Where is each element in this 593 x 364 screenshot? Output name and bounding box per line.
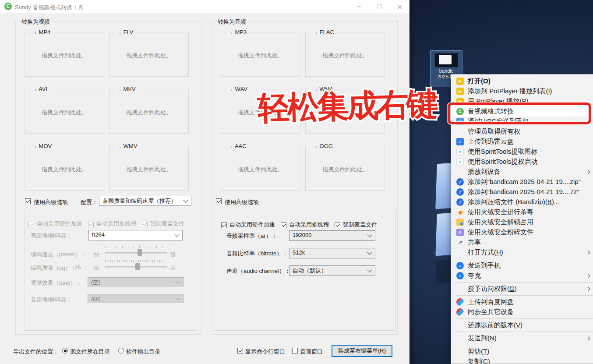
drop-zone-hint: 拖拽文件到此处。	[25, 52, 104, 60]
menu-item-label: 复制(C)	[468, 357, 490, 364]
audio-advanced-panel: 自动采用硬件加速 自动采用多线程 强制覆盖文件 音频采样率（ar）： 19200…	[215, 211, 395, 331]
minimize-button[interactable]	[349, 0, 369, 13]
drop-zone[interactable]: → FLAC拖拽文件到此处。	[305, 32, 385, 77]
menu-item-label: 使用火绒安全粉碎文件	[468, 228, 533, 237]
drop-zone-hint: 拖拽文件到此处。	[109, 52, 188, 60]
context-menu-item[interactable]: 打开方式(H)	[451, 247, 593, 258]
video-codec-combobox[interactable]: h264	[88, 230, 183, 240]
preset-slider-ticks	[105, 246, 166, 248]
context-menu-item[interactable]: 管理员取得所有权	[451, 127, 593, 137]
drop-zone[interactable]: → AAC拖拽文件到此处。	[221, 146, 300, 191]
drop-zone[interactable]: → OGG拖拽文件到此处。	[305, 146, 385, 191]
context-menu-item[interactable]: ↗共享	[451, 237, 593, 247]
drop-zone-format-label: → AVI	[30, 86, 49, 92]
context-menu-item[interactable]: ▶打开(O)	[451, 76, 593, 86]
menu-item-no-icon	[456, 322, 464, 329]
context-menu-item[interactable]: ≡使用火绒安全粉碎文件	[451, 227, 593, 237]
multithread-option[interactable]: 自动采用多线程	[88, 220, 136, 228]
maximize-icon	[377, 4, 382, 9]
context-menu-item[interactable]: ∕添加到压缩文件 (Bandizip)(B)...	[451, 197, 593, 207]
potplayer-icon: ▶	[456, 78, 464, 85]
menu-separator	[455, 295, 593, 296]
hw-accel-checkbox[interactable]	[221, 223, 227, 228]
bitrate-combobox[interactable]: 512k	[289, 248, 375, 258]
context-menu-item[interactable]: 还原以前的版本(V)	[451, 320, 593, 330]
overwrite-option[interactable]: 强制覆盖文件	[335, 221, 377, 229]
drop-zone[interactable]: → AVI拖拽文件到此处。	[25, 89, 104, 134]
context-menu-item[interactable]: 使用火绒安全进行杀毒	[451, 207, 593, 217]
drop-zone[interactable]: → WMV拖拽文件到此处。	[109, 146, 189, 191]
context-menu-item[interactable]: 剪切(T)	[451, 346, 593, 357]
context-menu-item[interactable]: 上传到百度网盘	[451, 297, 593, 307]
multithread-option[interactable]: 自动采用多线程	[281, 221, 329, 229]
drop-zone[interactable]: → MKV拖拽文件到此处。	[109, 89, 189, 134]
profile-combobox[interactable]: 兼顾质量和编码速度（推荐）	[99, 196, 191, 206]
topmost-checkbox[interactable]	[292, 348, 298, 353]
overwrite-option[interactable]: 强制覆盖文件	[142, 220, 184, 228]
context-menu-item[interactable]: ○夸克	[451, 271, 593, 281]
cq-label: 编码质量（cq）：	[31, 264, 77, 272]
submenu-arrow-icon	[586, 251, 590, 255]
audio-codec-label: 音频编/解码器：	[31, 296, 72, 304]
overwrite-checkbox[interactable]	[335, 223, 340, 228]
menu-item-label: 使用SpiritTools提取图标	[468, 148, 537, 156]
menu-item-no-icon	[456, 335, 464, 342]
baidu-icon	[456, 298, 464, 306]
output-dir-label: 软件输出目录	[126, 348, 160, 356]
window-title: Sundy 音视频格式转换工具	[15, 4, 84, 11]
tune-label: 视觉效果（tune）：	[31, 279, 81, 287]
drop-zone[interactable]: → MP3拖拽文件到此处。	[221, 32, 300, 77]
video-codec-label: 视频编/解码器：	[31, 232, 72, 240]
overwrite-checkbox[interactable]	[142, 222, 148, 227]
menu-item-label: 上传到迅雷云盘	[468, 138, 514, 146]
context-menu-item[interactable]: 复制(C)	[451, 357, 593, 364]
close-button[interactable]	[389, 0, 409, 13]
drop-zone-hint: 拖拽文件到此处。	[221, 52, 300, 60]
menu-item-label: 添加到“bandicam 2025-04-21 19....7z”	[468, 188, 579, 196]
context-menu-item[interactable]: ○发送到手机	[451, 261, 593, 271]
use-advanced-checkbox[interactable]	[216, 198, 222, 204]
integrate-context-menu-button[interactable]: 集成至右键菜单(R)	[332, 345, 392, 357]
context-menu-item[interactable]: ▶添加到 PotPlayer 播放列表(I)	[451, 86, 593, 96]
menu-item-label: 剪切(T)	[468, 347, 489, 356]
context-menu-item[interactable]: 使用火绒安全解锁占用	[451, 217, 593, 227]
multithread-checkbox[interactable]	[88, 222, 94, 227]
context-menu-item[interactable]: 播放到设备	[451, 167, 593, 177]
menu-item-no-icon	[456, 249, 464, 256]
context-menu-item[interactable]: ●使用SpiritTools提权启动	[451, 157, 593, 167]
multithread-checkbox[interactable]	[281, 223, 286, 228]
topmost-label: 置顶窗口	[300, 348, 323, 356]
context-menu-item[interactable]: ●使用SpiritTools提取图标	[451, 147, 593, 157]
preset-slider-thumb[interactable]	[138, 249, 142, 256]
hw-accel-checkbox[interactable]	[28, 222, 34, 227]
context-menu-item[interactable]: 同步至其它设备	[451, 307, 593, 317]
hw-accel-option[interactable]: 自动采用硬件加速	[221, 221, 275, 229]
drop-zone-hint: 拖拽文件到此处。	[221, 166, 300, 173]
channel-combobox[interactable]: 自动（默认）	[289, 265, 375, 276]
drop-zone[interactable]: → MOV拖拽文件到此处。	[25, 146, 104, 191]
context-menu-item[interactable]: ∕添加到“bandicam 2025-04-21 19....7z”	[451, 187, 593, 197]
menu-item-label: 夸克	[468, 272, 481, 280]
source-dir-radio[interactable]	[62, 348, 68, 353]
context-menu-item[interactable]: ∕添加到“bandicam 2025-04-21 19....zip”	[451, 177, 593, 187]
drop-zone-format-label: → MP3	[226, 29, 248, 35]
maximize-button[interactable]	[369, 0, 389, 13]
context-menu-item[interactable]: 发送到(N)	[451, 333, 593, 343]
use-advanced-checkbox[interactable]	[25, 198, 31, 204]
show-cmd-checkbox[interactable]	[237, 348, 243, 353]
drop-zone-hint: 拖拽文件到此处。	[25, 109, 104, 117]
bitrate-value: 512k	[293, 249, 305, 256]
app-icon: C	[4, 3, 12, 10]
export-location-label: 导出文件的位置：	[13, 348, 59, 356]
sample-rate-value: 192000	[293, 232, 311, 238]
cq-slider-thumb[interactable]	[135, 263, 140, 270]
bandizip-icon: ∕	[456, 198, 464, 206]
hw-accel-option[interactable]: 自动采用硬件加速	[28, 220, 82, 228]
preset-slider-track[interactable]	[105, 252, 167, 254]
output-dir-radio[interactable]	[118, 348, 124, 353]
context-menu-item[interactable]: 授予访问权限(G)	[451, 284, 593, 294]
drop-zone[interactable]: → FLV拖拽文件到此处。	[109, 32, 189, 77]
context-menu-item[interactable]: ✓上传到迅雷云盘	[451, 137, 593, 147]
sample-rate-combobox[interactable]: 192000	[289, 230, 375, 241]
drop-zone[interactable]: → MP4拖拽文件到此处。	[25, 32, 104, 77]
